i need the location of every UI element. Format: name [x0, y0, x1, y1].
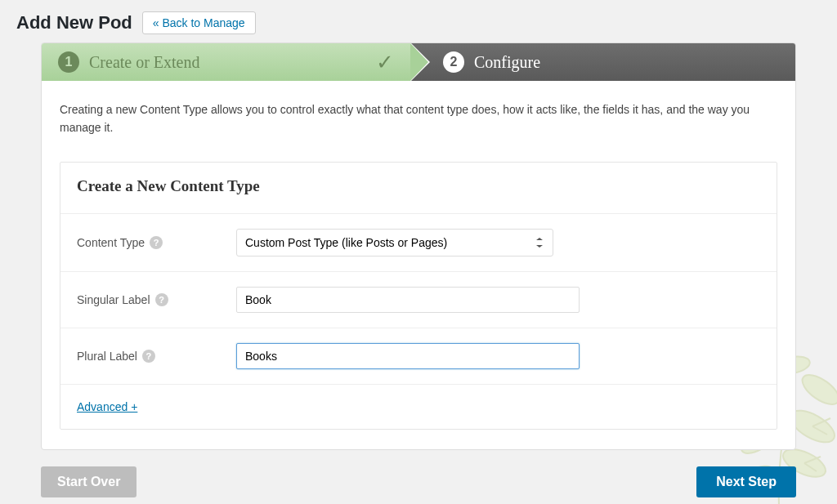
wizard-content: Creating a new Content Type allows you t…	[42, 81, 795, 449]
step-number-1: 1	[58, 51, 79, 73]
create-content-type-panel: Create a New Content Type Content Type ?…	[60, 162, 777, 430]
singular-label-row: Singular Label ?	[60, 272, 777, 328]
svg-line-13	[812, 418, 830, 426]
advanced-toggle-link[interactable]: Advanced +	[77, 400, 137, 413]
content-type-select[interactable]: Custom Post Type (like Posts or Pages)	[236, 229, 553, 256]
panel-title: Create a New Content Type	[60, 163, 777, 214]
wizard-actions: Start Over Next Step	[41, 466, 796, 497]
content-type-label-text: Content Type	[77, 236, 145, 249]
plural-label-text: Plural Label	[77, 350, 137, 363]
help-icon[interactable]: ?	[150, 236, 163, 249]
svg-line-10	[804, 463, 817, 471]
step-label-1: Create or Extend	[89, 53, 200, 72]
step-create-or-extend[interactable]: 1 Create or Extend ✓	[42, 43, 410, 81]
wizard-container: 1 Create or Extend ✓ 2 Configure Creatin…	[41, 42, 796, 450]
svg-line-9	[804, 457, 821, 463]
step-number-2: 2	[443, 51, 464, 73]
step-configure[interactable]: 2 Configure	[410, 43, 795, 81]
help-icon[interactable]: ?	[142, 350, 155, 363]
page-header: Add New Pod « Back to Manage	[0, 0, 837, 42]
description-text: Creating a new Content Type allows you t…	[60, 100, 777, 137]
svg-line-14	[812, 426, 827, 435]
plural-label-row: Plural Label ?	[60, 328, 777, 385]
help-icon[interactable]: ?	[155, 293, 168, 306]
wizard-steps: 1 Create or Extend ✓ 2 Configure	[42, 43, 795, 81]
step-arrow	[410, 43, 428, 81]
content-type-row: Content Type ? Custom Post Type (like Po…	[60, 214, 777, 272]
singular-label: Singular Label ?	[77, 293, 236, 306]
panel-footer: Advanced +	[60, 385, 777, 429]
content-type-label: Content Type ?	[77, 236, 236, 249]
svg-point-5	[798, 369, 837, 409]
back-to-manage-link[interactable]: « Back to Manage	[142, 11, 256, 34]
plural-label-input[interactable]	[236, 343, 580, 369]
step-label-2: Configure	[474, 53, 540, 72]
singular-label-input[interactable]	[236, 287, 580, 313]
start-over-button[interactable]: Start Over	[41, 466, 137, 497]
page-title: Add New Pod	[16, 12, 132, 33]
check-icon: ✓	[376, 50, 394, 75]
next-step-button[interactable]: Next Step	[696, 466, 796, 497]
singular-label-text: Singular Label	[77, 293, 150, 306]
plural-label: Plural Label ?	[77, 350, 236, 363]
